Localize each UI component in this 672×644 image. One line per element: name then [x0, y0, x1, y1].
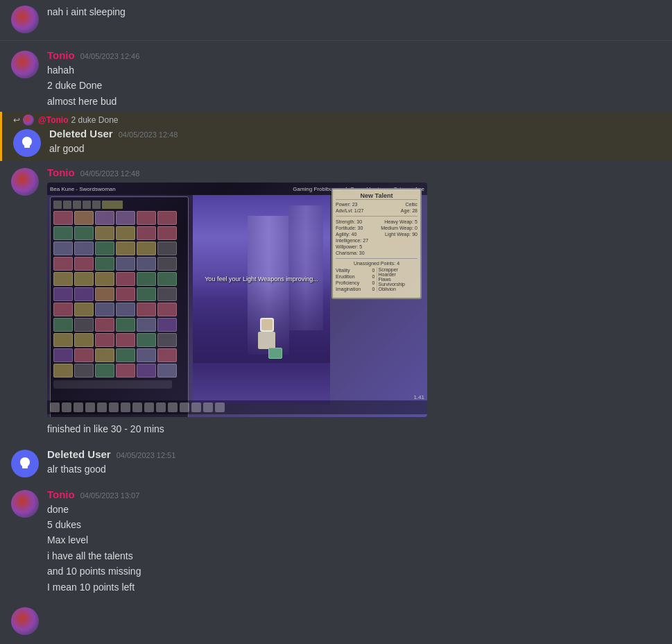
- message-line: Max level: [47, 532, 661, 548]
- stat-row: Agility: 40 Light Weap: 90: [336, 231, 417, 237]
- message-group-inner: Deleted User 04/05/2023 12:48 alr good: [13, 128, 661, 157]
- stat-row: Adv/Lvl: 1/27 Age: 28: [336, 207, 417, 214]
- message-content: nah i aint sleeping: [47, 4, 661, 33]
- message-text: nah i aint sleeping: [47, 4, 661, 19]
- stat-row: Intelligence: 27: [336, 237, 417, 244]
- bottom-icon: [144, 402, 154, 412]
- message-header: Tonio 04/05/2023 13:07: [47, 489, 661, 500]
- message-text: done 5 dukes Max level i have all the ta…: [47, 502, 661, 595]
- bottom-icon: [50, 402, 60, 412]
- avatar: [11, 450, 39, 477]
- reply-text: 2 duke Done: [71, 115, 118, 125]
- message-line: 5 dukes: [47, 517, 661, 532]
- bottom-icon: [74, 402, 83, 412]
- message-content: Tonio 04/05/2023 13:07 done 5 dukes Max …: [47, 489, 661, 595]
- stat-divider: [336, 258, 417, 259]
- message-line: i have all the talents: [47, 548, 661, 564]
- username: Tonio: [47, 167, 75, 178]
- stat-row: Power: 23 Celtic: [336, 201, 417, 207]
- message-text: alr thats good: [47, 461, 661, 477]
- username: Deleted User: [49, 128, 113, 139]
- highlighted-message-group: ↩ @Tonio 2 duke Done Deleted User 04/05/…: [0, 112, 672, 161]
- message-line: almost here bud: [47, 94, 661, 109]
- bottom-icon: [85, 402, 95, 412]
- bottom-icon: [180, 402, 189, 412]
- bottom-icon: [156, 402, 166, 412]
- stat-row: Fortitude: 30 Medium Weap: 0: [336, 225, 417, 231]
- bottom-icon: [97, 402, 107, 412]
- avatar: [11, 168, 39, 196]
- stat-row: Charisma: 30: [336, 250, 417, 256]
- username: Tonio: [47, 489, 75, 500]
- bottom-icon: [203, 402, 213, 412]
- divider: [0, 40, 672, 41]
- message-header: Tonio 04/05/2023 12:46: [47, 49, 661, 61]
- message-content: Tonio 04/05/2023 12:48 Bea Kune - Swords…: [47, 167, 661, 437]
- message-text: finished in like 30 - 20 mins: [47, 421, 661, 437]
- game-stats-title: New Talent: [336, 192, 417, 200]
- timestamp: 04/05/2023 12:48: [80, 169, 140, 178]
- game-world: You feel your Light Weapons improving...: [193, 195, 330, 405]
- message-content: Tonio 04/05/2023 12:46 hahah 2 duke Done…: [47, 49, 661, 109]
- reply-avatar: [23, 115, 34, 126]
- message-line: and 10 points missing: [47, 564, 661, 579]
- username: Tonio: [47, 49, 75, 61]
- message-content: Deleted User 04/05/2023 12:48 alr good: [49, 128, 661, 157]
- screenshot-bottom-bar: [47, 400, 427, 414]
- bottom-icon: [121, 402, 130, 412]
- message-text: alr good: [49, 141, 661, 156]
- reply-context: ↩ @Tonio 2 duke Done: [13, 115, 661, 126]
- message-line: I mean 10 points left: [47, 579, 661, 595]
- message-header: Deleted User 04/05/2023 12:48: [49, 128, 661, 139]
- bottom-icon: [132, 402, 142, 412]
- message-header: Tonio 04/05/2023 12:48: [47, 167, 661, 178]
- avatar: [11, 51, 39, 78]
- message-content: Deleted User 04/05/2023 12:51 alr thats …: [47, 448, 661, 477]
- corner-info: 1.41: [413, 394, 424, 400]
- timestamp: 04/05/2023 12:48: [119, 130, 178, 139]
- message-line: hahah: [47, 62, 661, 78]
- bottom-icon: [109, 402, 119, 412]
- message-group-bottom: [0, 600, 672, 638]
- bottom-icon: [215, 402, 225, 412]
- stat-divider: [336, 216, 417, 217]
- stat-row: Willpower: 5: [336, 244, 417, 250]
- message-header: Deleted User 04/05/2023 12:51: [47, 448, 661, 460]
- stat-row: Strength: 30 Heavy Weap: 5: [336, 219, 417, 225]
- message-line: alr thats good: [47, 461, 661, 477]
- message-line: nah i aint sleeping: [47, 4, 661, 19]
- message-group: Tonio 04/05/2023 13:07 done 5 dukes Max …: [0, 483, 672, 598]
- unassigned-label: Unassigned Points: 4: [336, 261, 417, 266]
- screenshot-inner: Bea Kune - Swordswoman Gaming Froblbumer…: [47, 183, 427, 417]
- message-text: hahah 2 duke Done almost here bud: [47, 62, 661, 109]
- message-line: 2 duke Done: [47, 78, 661, 93]
- game-screenshot: Bea Kune - Swordswoman Gaming Froblbumer…: [47, 183, 427, 417]
- game-float-message: You feel your Light Weapons improving...: [205, 276, 318, 282]
- username: Deleted User: [47, 448, 111, 460]
- timestamp: 04/05/2023 13:07: [80, 491, 140, 500]
- game-stats-panel: New Talent Power: 23 Celtic Adv/Lvl: 1/2…: [331, 188, 422, 299]
- chat-container: nah i aint sleeping Tonio 04/05/2023 12:…: [0, 0, 672, 638]
- message-content: [47, 606, 661, 635]
- avatar: [11, 6, 39, 33]
- bottom-icon: [62, 402, 71, 412]
- reply-username: @Tonio: [38, 115, 68, 125]
- bottom-icon: [191, 402, 201, 412]
- message-line: alr good: [49, 141, 661, 156]
- avatar: [11, 607, 39, 635]
- message-group-with-image: Tonio 04/05/2023 12:48 Bea Kune - Swords…: [0, 161, 672, 439]
- timestamp: 04/05/2023 12:51: [117, 451, 176, 459]
- avatar: [11, 490, 39, 518]
- message-line: finished in like 30 - 20 mins: [47, 421, 661, 437]
- message-group: Deleted User 04/05/2023 12:51 alr thats …: [0, 443, 672, 480]
- message-group: nah i aint sleeping: [0, 0, 672, 37]
- message-group: Tonio 04/05/2023 12:46 hahah 2 duke Done…: [0, 44, 672, 112]
- game-talent-panel: [50, 196, 189, 417]
- message-line: done: [47, 502, 661, 517]
- skill-columns: Vitality0 Erudition0 Proficiency0 Imagin…: [336, 267, 417, 292]
- bottom-icon: [168, 402, 178, 412]
- timestamp: 04/05/2023 12:46: [80, 52, 140, 60]
- avatar: [13, 129, 41, 157]
- reply-icon: ↩: [13, 115, 20, 125]
